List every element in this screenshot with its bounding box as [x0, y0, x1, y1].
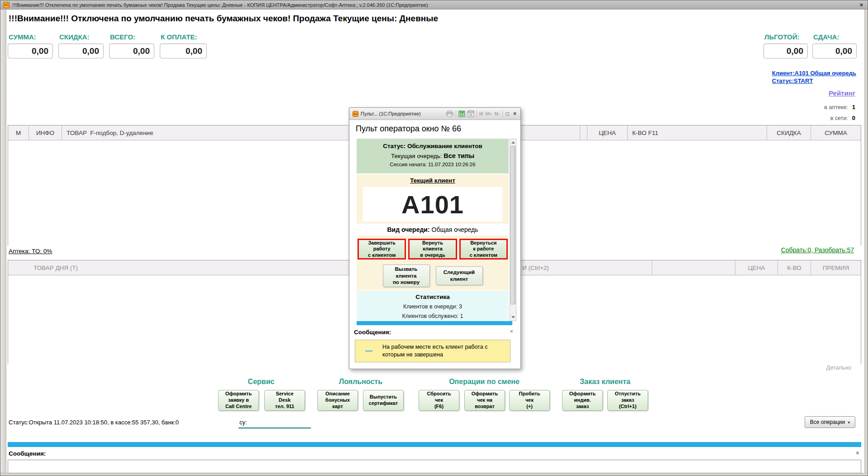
window-titlebar: 1С !!!Внимание!!! Отключена по умолчанию…	[0, 0, 868, 10]
in-network-value: 0	[852, 115, 855, 121]
privilege-label: ЛЬГОТОЙ:	[764, 33, 800, 41]
section-title-service: Сервис	[248, 378, 275, 386]
dialog-horizontal-scrollbar[interactable]	[357, 321, 512, 325]
in-pharmacy-counter: в аптеке:1	[824, 104, 855, 111]
discount-label: СКИДКА:	[59, 33, 89, 41]
calculator-icon[interactable]	[458, 111, 465, 117]
service-desk-button[interactable]: Service Desk тел. 911	[264, 390, 305, 411]
toolbar-separator	[502, 111, 503, 117]
messages-input[interactable]	[8, 460, 861, 473]
dialog-messages-close-icon[interactable]: ×	[510, 328, 513, 335]
return-receipt-button[interactable]: Оформить чек на возврат	[464, 390, 505, 411]
memory-minus-button[interactable]: M-	[494, 111, 500, 116]
current-client-header: Текщий клиент	[357, 174, 509, 184]
issue-certificate-button[interactable]: Выпустить сертификат	[363, 390, 404, 411]
bonus-cards-button[interactable]: Описание бонусных карт	[317, 390, 358, 411]
change-label: СДАЧА:	[813, 33, 839, 41]
queue-type-line: Вид очереди: Общая очередь	[357, 224, 509, 236]
in-pharmacy-value: 1	[852, 104, 855, 111]
dialog-vertical-scrollbar[interactable]	[510, 139, 516, 321]
total-field[interactable]: 0,00	[109, 43, 154, 58]
all-operations-button[interactable]: Все операции ▾	[805, 416, 855, 428]
clients-in-queue: Клиентов в очереди: 3	[357, 303, 509, 310]
column-header-price2: ЦЕНА	[735, 260, 778, 275]
app-window: 1С !!!Внимание!!! Отключена по умолчанию…	[0, 0, 868, 476]
privilege-field[interactable]: 0,00	[763, 43, 808, 58]
calendar-icon[interactable]: 31	[467, 111, 474, 117]
dialog-title: Пульт... (1С:Предприятие)	[361, 111, 444, 116]
window-right-edge	[864, 10, 868, 476]
close-icon[interactable]: ×	[858, 1, 865, 8]
horizontal-scrollbar[interactable]	[8, 442, 861, 447]
shift-status-text: Статус:Открыта 11.07.2023 10:18:50, в ка…	[9, 419, 179, 426]
client-action-row: Завершить работу с клиентом Вернуть клие…	[358, 239, 508, 260]
print-icon[interactable]	[446, 111, 453, 117]
in-network-label: в сети:	[830, 115, 848, 121]
sum-field[interactable]: 0,00	[8, 43, 53, 58]
1c-logo-icon: 1С	[3, 2, 10, 8]
close-icon[interactable]: ×	[512, 111, 517, 117]
reset-receipt-button[interactable]: Сбросить чек (F6)	[419, 390, 459, 411]
session-start-label: Сессия начата:	[390, 162, 426, 167]
window-left-edge	[0, 10, 6, 476]
su-field[interactable]	[238, 428, 311, 428]
1c-logo-icon: 1С	[353, 111, 358, 117]
session-start-line: Сессия начата: 11.07.2023 10:26:26	[357, 162, 509, 167]
current-queue-label: Текущая очередь:	[391, 153, 442, 159]
scrollbar-thumb[interactable]	[510, 146, 515, 304]
scroll-up-icon[interactable]	[510, 139, 516, 145]
change-field[interactable]: 0,00	[812, 43, 857, 58]
call-by-number-button[interactable]: Вызвать клиента по номеру	[383, 264, 430, 287]
current-queue-line: Текущая очередь: Все типы	[357, 152, 509, 159]
scroll-down-icon[interactable]	[510, 314, 516, 320]
client-number-box: A101	[363, 187, 502, 221]
column-header-sum: СУММА	[811, 125, 861, 140]
pharmacy-to-link[interactable]: Аптека: ТО: 0%	[9, 248, 52, 255]
finish-client-button[interactable]: Завершить работу с клиентом	[358, 239, 406, 260]
in-network-counter: в сети:0	[830, 115, 855, 121]
column-header-premium: ПРЕМИЯ	[811, 260, 861, 275]
current-client-panel: Текщий клиент A101 Вид очереди: Общая оч…	[357, 174, 509, 290]
column-header-qty2: К-ВО	[778, 260, 811, 275]
detail-label: Детально	[826, 365, 851, 371]
to-pay-label: К ОПЛАТЕ:	[161, 33, 197, 41]
discount-field[interactable]: 0,00	[58, 43, 104, 58]
maximize-icon[interactable]: □	[505, 111, 510, 117]
warning-message-box: — На рабочем месте есть клиент работа с …	[355, 340, 510, 362]
dash-icon: —	[365, 347, 372, 355]
svg-text:31: 31	[469, 113, 472, 116]
resume-client-button[interactable]: Вернуться к работе с клиентом	[459, 239, 508, 260]
dialog-titlebar: 1С Пульт... (1С:Предприятие)	[349, 108, 520, 120]
column-header-spacer2	[652, 260, 735, 275]
toolbar-separator	[477, 111, 477, 117]
queue-type-value: Общая очередь	[432, 226, 478, 233]
memory-plus-button[interactable]: M+	[486, 111, 492, 116]
memory-button[interactable]: M	[479, 111, 483, 116]
return-client-button[interactable]: Вернуть клиента в очередь	[408, 239, 457, 260]
release-order-button[interactable]: Отпустить заказ (Ctrl+1)	[607, 390, 648, 411]
dialog-heading: Пульт оператора окно № 66	[356, 124, 461, 134]
messages-label: Сообщения:	[9, 450, 46, 457]
operator-status-text: Статус: Обслуживание клиентов	[357, 143, 509, 149]
to-pay-field[interactable]: 0,00	[160, 43, 207, 58]
next-client-button[interactable]: Следующий клиент	[436, 266, 483, 285]
messages-close-icon[interactable]: ×	[856, 449, 859, 457]
column-header-qty: К-ВО F11	[628, 125, 767, 140]
punch-receipt-button[interactable]: Пробить чек (+)	[509, 390, 550, 411]
status-link[interactable]: Статус:START	[772, 77, 856, 85]
su-label: су:	[239, 419, 247, 426]
individual-order-button[interactable]: Оформить индив. заказ	[562, 390, 603, 411]
rating-link[interactable]: Рейтинг	[829, 89, 855, 97]
client-link[interactable]: Клиент:A101 Общая очередь	[772, 69, 856, 77]
all-operations-label: Все операции	[810, 419, 845, 425]
dialog-messages-label: Сообщения:	[354, 329, 391, 336]
section-title-loyalty: Лояльность	[339, 378, 382, 386]
column-header-price: ЦЕНА	[587, 125, 628, 140]
column-header-m: М	[8, 125, 29, 140]
call-centre-button[interactable]: Оформить заявку в Call Centre	[218, 390, 259, 411]
in-pharmacy-label: в аптеке:	[824, 104, 848, 111]
collect-orders-link[interactable]: Собрать:0, Разобрать:57	[781, 246, 854, 254]
section-title-shift: Операции по смене	[449, 378, 520, 386]
session-start-value: 11.07.2023 10:26:26	[428, 162, 476, 167]
column-header-discount: СКИДКА	[767, 125, 811, 140]
